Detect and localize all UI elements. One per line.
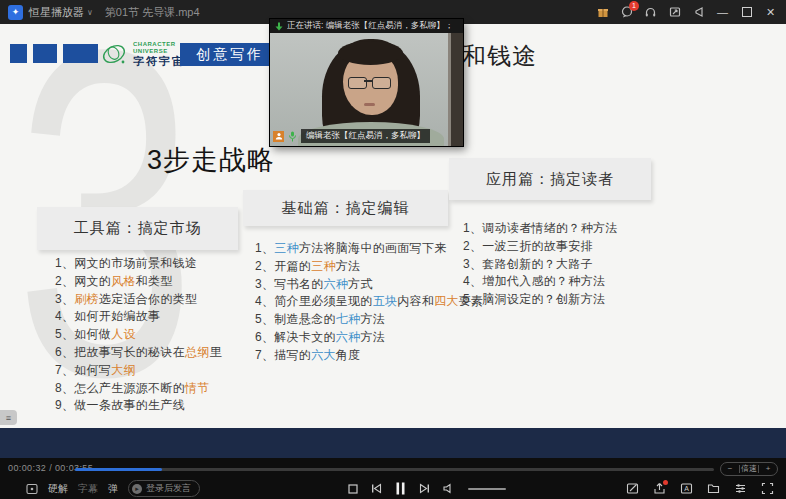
- course-tag: 创意写作: [180, 43, 280, 66]
- highlight-text: 五块: [373, 294, 398, 308]
- list-item: 1、三种方法将脑海中的画面写下来: [255, 240, 483, 258]
- speed-label[interactable]: 倍速: [740, 463, 758, 475]
- list-item: 6、把故事写长的秘诀在总纲里: [55, 344, 222, 362]
- playlist-tab[interactable]: ≡: [0, 410, 17, 425]
- application-list: 1、调动读者情绪的？种方法2、一波三折的故事安排3、套路创新的？大路子4、增加代…: [463, 220, 618, 309]
- plain-text: 2、一波三折的故事安排: [463, 239, 593, 253]
- login-icon: ▸: [132, 484, 142, 494]
- list-item: 3、写书名的六种方式: [255, 276, 483, 294]
- plain-text: 5、制造悬念的: [255, 312, 336, 326]
- volume-slider[interactable]: [468, 488, 506, 490]
- highlight-text: 三种: [311, 259, 336, 273]
- minimize-button[interactable]: —: [715, 5, 730, 20]
- plain-text: 6、解决卡文的: [255, 330, 336, 344]
- login-chat-button[interactable]: ▸ 登录后发言: [128, 480, 200, 497]
- feedback-icon[interactable]: [691, 5, 706, 20]
- headset-icon[interactable]: [643, 5, 658, 20]
- decode-toggle[interactable]: 硬解: [48, 482, 68, 496]
- close-button[interactable]: ✕: [763, 5, 778, 20]
- danmaku-toggle[interactable]: 弹: [108, 482, 118, 496]
- plain-text: 3、写书名的: [255, 277, 323, 291]
- notes-icon[interactable]: [626, 482, 639, 495]
- next-button[interactable]: [419, 483, 430, 494]
- globe-icon: [99, 39, 129, 69]
- plain-text: 3、套路创新的？大路子: [463, 257, 593, 271]
- subtitle-icon[interactable]: A: [680, 482, 693, 495]
- list-item: 9、做一条故事的生产线: [55, 397, 222, 415]
- plain-text: 1、调动读者情绪的？种方法: [463, 221, 618, 235]
- section-header-label: 工具篇：搞定市场: [74, 219, 202, 238]
- screenshot-icon[interactable]: [667, 5, 682, 20]
- plain-text: 2、网文的: [55, 274, 111, 288]
- microphone-icon: [287, 131, 298, 142]
- plain-text: 角度: [336, 348, 361, 362]
- buttons-row: 硬解 字幕 弹 ▸ 登录后发言: [0, 478, 786, 499]
- list-item: 7、如何写大纲: [55, 362, 222, 380]
- plain-text: 3、: [55, 292, 74, 306]
- message-icon[interactable]: 1: [619, 5, 634, 20]
- speed-increase-button[interactable]: +: [759, 463, 777, 475]
- brand-logo: CHARACTER UNIVERSE 字符宇宙: [99, 39, 185, 69]
- highlight-text: 六种: [323, 277, 348, 291]
- presenter-icon: [273, 131, 284, 142]
- titlebar-actions: 1 — ✕: [595, 5, 778, 20]
- login-chat-label: 登录后发言: [146, 482, 191, 495]
- list-item: 8、怎么产生源源不断的情节: [55, 380, 222, 398]
- basics-list: 1、三种方法将脑海中的画面写下来2、开篇的三种方法3、写书名的六种方式4、简介里…: [255, 240, 483, 365]
- list-item: 5、如何做人设: [55, 326, 222, 344]
- pause-button[interactable]: [395, 482, 406, 495]
- maximize-button[interactable]: [739, 5, 754, 20]
- person-mouth: [364, 103, 375, 106]
- fullscreen-icon[interactable]: [761, 482, 774, 495]
- plain-text: 4、简介里必须呈现的: [255, 294, 373, 308]
- background-door: [451, 33, 463, 146]
- plain-text: 方法将脑海中的画面写下来: [299, 241, 447, 255]
- stop-button[interactable]: [348, 484, 358, 494]
- plain-text: 里: [210, 345, 222, 359]
- left-controls: 硬解 字幕 弹 ▸ 登录后发言: [26, 480, 200, 497]
- playlist-icon[interactable]: [707, 482, 720, 495]
- gift-icon[interactable]: [595, 5, 610, 20]
- list-item: 2、网文的风格和类型: [55, 273, 222, 291]
- section-header-label: 应用篇：搞定读者: [486, 170, 614, 189]
- list-item: 2、一波三折的故事安排: [463, 238, 618, 256]
- plain-text: 9、做一条故事的生产线: [55, 398, 185, 412]
- progress-bar[interactable]: [75, 468, 714, 471]
- plain-text: 6、把故事写长的秘诀在: [55, 345, 185, 359]
- speaking-status-text: 正在讲话: 编辑老张【红点易消，多私聊】；: [287, 20, 453, 32]
- list-item: 3、刷榜选定适合你的类型: [55, 291, 222, 309]
- subtitle-toggle[interactable]: 字幕: [78, 482, 98, 496]
- plain-text: 7、如何写: [55, 363, 111, 377]
- highlight-text: 三种: [274, 241, 299, 255]
- equalizer-icon[interactable]: [734, 482, 747, 495]
- message-badge: 1: [629, 1, 639, 11]
- app-logo-icon: ✦: [8, 5, 23, 20]
- plain-text: 和类型: [136, 274, 173, 288]
- share-icon[interactable]: [653, 482, 666, 495]
- tools-list: 1、网文的市场前景和钱途2、网文的风格和类型3、刷榜选定适合你的类型4、如何开始…: [55, 255, 222, 415]
- highlight-text: 情节: [185, 381, 210, 395]
- list-item: 6、解决卡文的六种方法: [255, 329, 483, 347]
- section-header-basics: 基础篇：搞定编辑: [243, 190, 448, 226]
- plain-text: 方法: [360, 312, 385, 326]
- slide-main-title: 3步走战略: [147, 142, 275, 178]
- plain-text: 方法: [336, 259, 361, 273]
- brand-en-line1: CHARACTER: [133, 41, 185, 48]
- app-name[interactable]: 恒星播放器: [29, 5, 84, 20]
- section-header-tools: 工具篇：搞定市场: [37, 207, 238, 250]
- previous-button[interactable]: [371, 483, 382, 494]
- list-item: 3、套路创新的？大路子: [463, 256, 618, 274]
- speed-decrease-button[interactable]: −: [721, 463, 739, 475]
- webcam-overlay[interactable]: 正在讲话: 编辑老张【红点易消，多私聊】； 编辑老张【红点易消，多私聊】: [270, 19, 463, 146]
- danmaku-display-icon[interactable]: [26, 483, 38, 495]
- highlight-text: 总纲: [185, 345, 210, 359]
- progress-fill: [75, 468, 162, 471]
- section-header-label: 基础篇：搞定编辑: [282, 199, 410, 218]
- plain-text: 方法: [360, 330, 385, 344]
- chevron-down-icon[interactable]: ∨: [87, 8, 93, 17]
- webcam-header: 正在讲话: 编辑老张【红点易消，多私聊】；: [270, 19, 463, 33]
- plain-text: 选定适合你的类型: [99, 292, 197, 306]
- speaker-name-label: 编辑老张【红点易消，多私聊】: [301, 129, 430, 143]
- header-bar-decoration: [33, 44, 57, 63]
- volume-icon[interactable]: [443, 483, 455, 494]
